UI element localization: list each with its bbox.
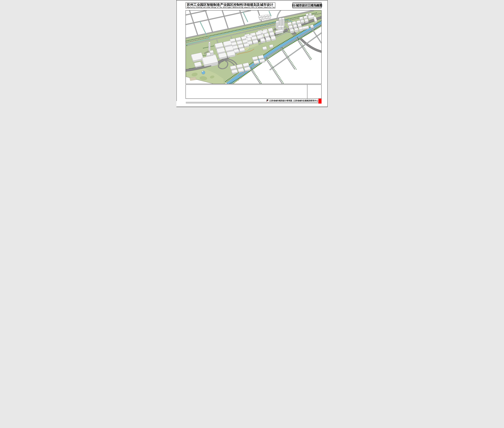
page-border-bottom <box>176 107 328 107</box>
footer-gray-bar <box>186 102 318 104</box>
title-block: 苏州工业园区智能制造产业园区控制性详细规划及城市设计 Regulatory Pl… <box>186 2 275 8</box>
project-title-chinese: 苏州工业园区智能制造产业园区控制性详细规划及城市设计 <box>187 3 275 7</box>
footer-institutes: 江苏省城市规划设计研究院 江苏省城市交通规划研究中心 <box>269 99 319 102</box>
project-title-english: Regulatory Planning and Urban Design of … <box>187 7 275 8</box>
notes-box-divider <box>307 85 307 99</box>
notes-box <box>186 84 322 99</box>
page-border-top <box>176 0 328 0</box>
red-corner-mark <box>318 99 322 104</box>
institute-name-1: 江苏省城市规划设计研究院 <box>269 99 292 102</box>
page: 苏州工业园区智能制造产业园区控制性详细规划及城市设计 Regulatory Pl… <box>176 0 328 107</box>
sheet-number-label: 31-城市设计三维鸟瞰图 <box>293 3 322 8</box>
page-border-right <box>327 0 328 107</box>
page-border-left <box>177 0 177 101</box>
rendering-frame <box>186 10 322 84</box>
institute-name-2: 江苏省城市交通规划研究中心 <box>293 99 318 102</box>
birdseye-rendering <box>186 10 321 84</box>
drawing-sheet: 苏州工业园区智能制造产业园区控制性详细规划及城市设计 Regulatory Pl… <box>176 0 328 107</box>
jp-logo-p-shape <box>267 99 268 101</box>
jp-logo <box>266 99 269 102</box>
